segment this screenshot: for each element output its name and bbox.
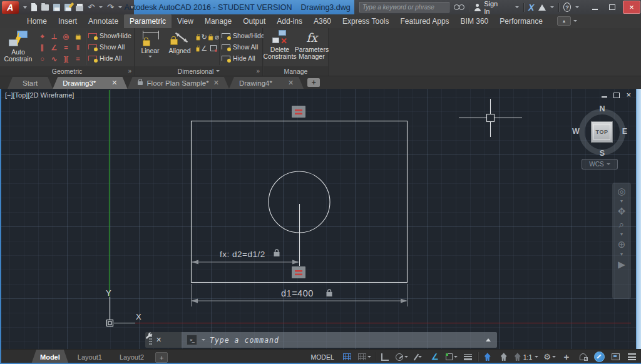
radius-dimension-icon[interactable]: ↻ <box>195 31 207 43</box>
customization-button[interactable] <box>625 351 638 363</box>
orbit-caret-icon[interactable]: ▾ <box>620 253 623 256</box>
save-icon[interactable] <box>53 4 60 11</box>
pan-icon[interactable]: ✥ <box>618 206 626 216</box>
fx-dimension[interactable]: fx: d2=d1/2 <box>192 250 299 264</box>
redo-caret-icon[interactable] <box>118 6 122 8</box>
undo-icon[interactable]: ↶ <box>88 0 95 14</box>
help-icon[interactable]: ? <box>563 3 571 12</box>
undo-caret-icon[interactable] <box>99 6 103 8</box>
polar-caret-icon[interactable] <box>404 356 408 358</box>
minimize-drawing-icon[interactable] <box>602 96 607 98</box>
snap-mode-toggle[interactable] <box>357 351 372 363</box>
dimensional-dialog-launcher-icon[interactable]: » <box>256 68 260 74</box>
command-input[interactable]: >_ Type a command <box>182 332 497 348</box>
collinear-constraint-icon[interactable]: ][ <box>60 53 72 64</box>
geometric-hide-all-button[interactable]: Hide All <box>88 53 131 64</box>
zoom-icon[interactable]: ⌕ <box>619 220 624 230</box>
viewcube-east[interactable]: E <box>620 127 630 136</box>
close-tab-icon[interactable]: ✕ <box>213 79 219 87</box>
save-as-icon[interactable] <box>64 4 71 11</box>
angular-dimension-icon[interactable]: ∠ <box>195 43 207 54</box>
autoscale-toggle[interactable] <box>497 351 511 363</box>
new-layout-button[interactable]: + <box>155 352 168 363</box>
sign-in-icon[interactable] <box>474 4 479 11</box>
dimensional-show-all-button[interactable]: Show All <box>222 41 265 53</box>
help-search-input[interactable] <box>359 2 449 13</box>
concentric-constraint-icon[interactable]: ◎ <box>60 31 72 42</box>
geometric-show-hide-button[interactable]: Show/Hide <box>88 30 131 41</box>
isodraft-caret-icon[interactable] <box>418 356 422 358</box>
tab-home[interactable]: Home <box>21 14 53 28</box>
wcs-dropdown[interactable]: WCS <box>582 159 618 169</box>
horizontal-constraint-icon[interactable]: = <box>60 42 72 53</box>
coincident-constraint-badge-top[interactable] <box>292 106 305 118</box>
file-tab-floor-plan-sample[interactable]: Floor Plan Sample*✕ <box>128 77 229 89</box>
restore-drawing-icon[interactable] <box>613 93 620 98</box>
search-icon[interactable] <box>454 4 464 10</box>
geometric-show-all-button[interactable]: Show All <box>88 41 131 53</box>
coincident-constraint-badge-bottom[interactable] <box>292 266 305 278</box>
open-file-icon[interactable] <box>41 4 49 11</box>
close-tab-icon[interactable]: ✕ <box>111 79 117 87</box>
fx-dimension-text[interactable]: fx: d2=d1/2 <box>220 250 265 259</box>
delete-constraints-button[interactable]: ✕ Delete Constraints <box>264 30 295 60</box>
file-tab-drawing4[interactable]: Drawing4*✕ <box>229 77 304 89</box>
tab-featured-apps[interactable]: Featured Apps <box>395 14 455 28</box>
annotation-scale-caret-icon[interactable] <box>535 356 538 358</box>
dimensional-show-hide-button[interactable]: Show/Hide <box>222 30 265 41</box>
show-motion-icon[interactable]: ▶ <box>618 260 625 270</box>
convert-dimension-icon[interactable] <box>207 43 219 54</box>
a360-caret-icon[interactable] <box>550 6 554 8</box>
equal-constraint-icon[interactable]: = <box>72 53 84 64</box>
linear-caret-icon[interactable] <box>148 56 152 58</box>
restore-button[interactable] <box>606 1 618 13</box>
isometric-drafting-toggle[interactable] <box>412 351 426 363</box>
vertical-constraint-icon[interactable]: ‖ <box>72 42 84 53</box>
snap-caret-icon[interactable] <box>367 356 371 358</box>
viewcube-north[interactable]: N <box>597 104 607 113</box>
tab-express-tools[interactable]: Express Tools <box>337 14 394 28</box>
tab-output[interactable]: Output <box>237 14 271 28</box>
command-line-customize-icon[interactable] <box>145 332 153 340</box>
tab-view[interactable]: View <box>172 14 199 28</box>
file-tab-start[interactable]: Start <box>8 77 53 89</box>
recent-commands-caret-icon[interactable] <box>202 339 205 341</box>
tab-bim-360[interactable]: BIM 360 <box>455 14 495 28</box>
annotation-scale-button[interactable]: 1:1 <box>513 351 540 363</box>
navigation-wheel-icon[interactable]: ◎ <box>617 186 625 196</box>
layout-tab-model[interactable]: Model <box>31 350 69 364</box>
object-snap-tracking-toggle[interactable]: ∠ <box>428 351 442 363</box>
dimensional-hide-all-button[interactable]: Hide All <box>222 53 265 64</box>
object-snap-toggle[interactable] <box>444 351 459 363</box>
ribbon-minimize-button[interactable]: ▴ <box>557 16 577 26</box>
a360-icon[interactable] <box>538 4 546 11</box>
parallel-constraint-icon[interactable]: ∥ <box>36 42 48 53</box>
annotation-scale-value[interactable]: 1:1 <box>522 353 534 361</box>
polar-tracking-toggle[interactable] <box>394 351 409 363</box>
lineweight-toggle[interactable] <box>461 351 475 363</box>
navigation-wheel-caret-icon[interactable]: ▾ <box>620 200 623 203</box>
symmetric-constraint-icon[interactable]: ∿ <box>48 53 60 64</box>
viewport-controls[interactable]: [−][Top][2D Wireframe] <box>5 91 74 99</box>
orbit-icon[interactable]: ⊕ <box>618 240 626 250</box>
tab-manage[interactable]: Manage <box>199 14 237 28</box>
workspace-caret-icon[interactable] <box>552 356 556 358</box>
minimize-button[interactable] <box>588 1 601 13</box>
auto-constrain-button[interactable]: Auto Constrain <box>2 30 34 63</box>
dimensional-flyout-caret-icon[interactable] <box>216 70 220 72</box>
linear-dimension-button[interactable]: Linear <box>138 30 163 58</box>
tangent-constraint-icon[interactable]: ∠ <box>48 42 60 53</box>
grid-display-toggle[interactable] <box>341 351 354 363</box>
application-menu-caret-icon[interactable] <box>23 6 27 9</box>
new-tab-button[interactable]: + <box>307 78 320 87</box>
tab-annotate[interactable]: Annotate <box>83 14 124 28</box>
layout-tab-layout1[interactable]: Layout1 <box>69 350 111 364</box>
viewcube-south[interactable]: S <box>597 149 607 158</box>
coincident-constraint-icon[interactable]: ⌖ <box>36 31 48 42</box>
panel-title-dimensional[interactable]: Dimensional <box>135 66 262 76</box>
diameter-dimension-icon[interactable]: ⌀ <box>207 31 219 43</box>
zoom-caret-icon[interactable]: ▾ <box>620 233 623 236</box>
graphics-performance-toggle[interactable] <box>592 351 606 363</box>
workspace-switching-button[interactable]: ⚙ <box>542 351 557 363</box>
annotation-visibility-toggle[interactable] <box>481 351 495 363</box>
